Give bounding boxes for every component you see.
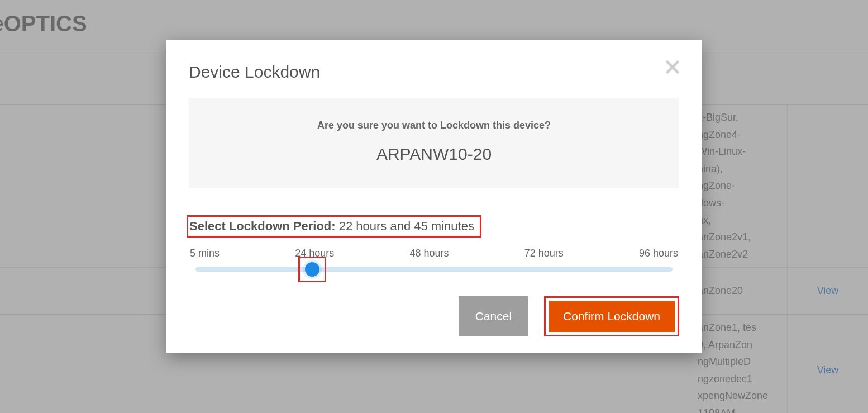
confirm-question: Are you sure you want to Lockdown this d… <box>200 120 668 131</box>
lockdown-period-value: 22 hours and 45 minutes <box>339 219 474 233</box>
slider-tick: 48 hours <box>409 248 449 259</box>
device-name: ARPANW10-20 <box>200 145 668 164</box>
device-lockdown-modal: Device Lockdown Are you sure you want to… <box>166 40 702 353</box>
confirm-button-highlight: Confirm Lockdown <box>544 296 679 336</box>
modal-actions: Cancel Confirm Lockdown <box>189 296 679 336</box>
slider-thumb[interactable] <box>305 262 319 277</box>
modal-overlay: Device Lockdown Are you sure you want to… <box>0 0 868 413</box>
slider-tick-labels: 5 mins 24 hours 48 hours 72 hours 96 hou… <box>189 248 679 259</box>
lockdown-period-label: Select Lockdown Period: <box>189 219 339 233</box>
slider-tick: 5 mins <box>190 248 220 259</box>
slider-tick: 96 hours <box>639 248 678 259</box>
lockdown-period-slider[interactable]: 5 mins 24 hours 48 hours 72 hours 96 hou… <box>189 248 679 272</box>
confirm-lockdown-button[interactable]: Confirm Lockdown <box>549 301 675 332</box>
modal-title: Device Lockdown <box>189 63 679 82</box>
close-icon[interactable] <box>664 58 681 76</box>
confirm-box: Are you sure you want to Lockdown this d… <box>189 98 679 188</box>
lockdown-period-display: Select Lockdown Period: 22 hours and 45 … <box>187 215 481 238</box>
slider-tick: 72 hours <box>524 248 564 259</box>
cancel-button[interactable]: Cancel <box>459 296 528 336</box>
slider-track[interactable] <box>195 267 673 272</box>
slider-tick: 24 hours <box>295 248 334 259</box>
